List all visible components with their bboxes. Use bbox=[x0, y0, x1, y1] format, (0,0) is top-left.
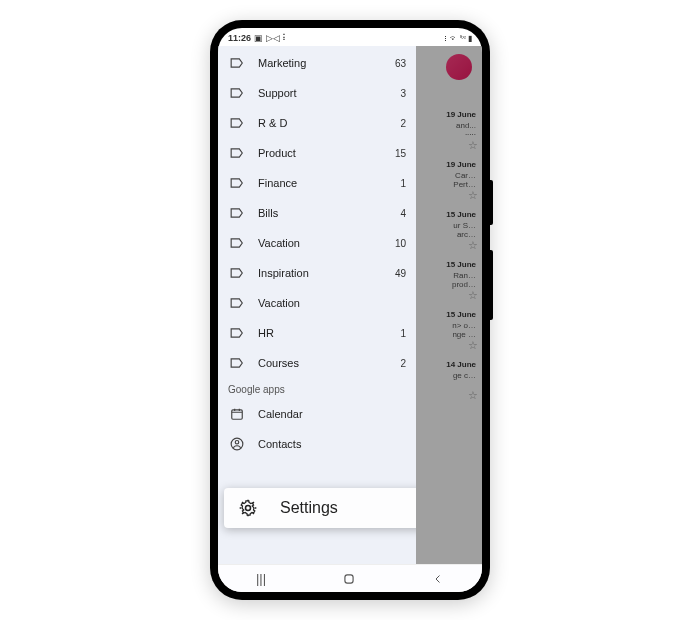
settings-label: Settings bbox=[280, 499, 338, 517]
drawer-app-item[interactable]: Contacts bbox=[218, 429, 416, 459]
drawer-item-label: Courses bbox=[258, 357, 390, 369]
nav-home[interactable] bbox=[342, 572, 356, 586]
drawer-item-label: Bills bbox=[258, 207, 390, 219]
drawer-item-label: Inspiration bbox=[258, 267, 390, 279]
drawer-label-item[interactable]: Support3 bbox=[218, 78, 416, 108]
status-left-icons: ▣ ▷◁ ⠇ bbox=[254, 33, 289, 43]
label-icon bbox=[228, 177, 246, 189]
nav-back[interactable] bbox=[432, 573, 444, 585]
drawer-label-item[interactable]: Bills4 bbox=[218, 198, 416, 228]
label-icon bbox=[228, 267, 246, 279]
label-icon bbox=[228, 357, 246, 369]
label-icon bbox=[228, 147, 246, 159]
drawer-item-label: R & D bbox=[258, 117, 390, 129]
label-icon bbox=[228, 327, 246, 339]
section-header-google-apps: Google apps bbox=[218, 378, 416, 399]
drawer-item-count: 63 bbox=[390, 58, 406, 69]
drawer-label-item[interactable]: R & D2 bbox=[218, 108, 416, 138]
label-icon bbox=[228, 237, 246, 249]
svg-rect-0 bbox=[232, 410, 243, 419]
drawer-item-count: 2 bbox=[390, 358, 406, 369]
drawer-item-label: Marketing bbox=[258, 57, 390, 69]
drawer-item-count: 1 bbox=[390, 178, 406, 189]
svg-rect-6 bbox=[345, 574, 353, 582]
status-bar: 11:26 ▣ ▷◁ ⠇ ⋮ ᯤ ˡᵗᵉ ▮ bbox=[218, 28, 482, 46]
nav-recents[interactable]: ||| bbox=[256, 571, 266, 586]
drawer-item-label: Product bbox=[258, 147, 390, 159]
system-nav-bar: ||| bbox=[218, 564, 482, 592]
label-icon bbox=[228, 87, 246, 99]
drawer-item-count: 3 bbox=[390, 88, 406, 99]
drawer-item-label: Contacts bbox=[258, 438, 406, 450]
drawer-item-label: HR bbox=[258, 327, 390, 339]
drawer-label-item[interactable]: Marketing63 bbox=[218, 48, 416, 78]
settings-callout[interactable]: Settings bbox=[224, 488, 416, 528]
label-icon bbox=[228, 57, 246, 69]
drawer-item-label: Vacation bbox=[258, 237, 390, 249]
label-icon bbox=[228, 117, 246, 129]
contacts-icon bbox=[228, 437, 246, 451]
side-button-1 bbox=[490, 180, 493, 225]
drawer-item-count: 15 bbox=[390, 148, 406, 159]
screen: 11:26 ▣ ▷◁ ⠇ ⋮ ᯤ ˡᵗᵉ ▮ 19 Juneand...····… bbox=[218, 28, 482, 592]
drawer-label-item[interactable]: Inspiration49 bbox=[218, 258, 416, 288]
phone-frame: 11:26 ▣ ▷◁ ⠇ ⋮ ᯤ ˡᵗᵉ ▮ 19 Juneand...····… bbox=[210, 20, 490, 600]
svg-point-1 bbox=[235, 441, 239, 445]
drawer-item-label: Calendar bbox=[258, 408, 406, 420]
calendar-icon bbox=[228, 407, 246, 421]
label-icon bbox=[228, 297, 246, 309]
drawer-item-count: 1 bbox=[390, 328, 406, 339]
label-icon bbox=[228, 207, 246, 219]
gear-icon bbox=[238, 498, 258, 518]
navigation-drawer: Marketing63Support3R & D2Product15Financ… bbox=[218, 46, 416, 564]
drawer-label-item[interactable]: HR1 bbox=[218, 318, 416, 348]
drawer-item-label: Support bbox=[258, 87, 390, 99]
drawer-item-count: 10 bbox=[390, 238, 406, 249]
drawer-item-label: Finance bbox=[258, 177, 390, 189]
drawer-label-item[interactable]: Vacation bbox=[218, 288, 416, 318]
status-time: 11:26 bbox=[228, 33, 251, 43]
drawer-item-label: Vacation bbox=[258, 297, 390, 309]
side-button-2 bbox=[490, 250, 493, 320]
drawer-item-count: 4 bbox=[390, 208, 406, 219]
drawer-label-item[interactable]: Vacation10 bbox=[218, 228, 416, 258]
drawer-label-item[interactable]: Finance1 bbox=[218, 168, 416, 198]
drawer-label-item[interactable]: Courses2 bbox=[218, 348, 416, 378]
drawer-app-item[interactable]: Calendar bbox=[218, 399, 416, 429]
status-right-icons: ⋮ ᯤ ˡᵗᵉ ▮ bbox=[443, 34, 472, 43]
drawer-item-count: 2 bbox=[390, 118, 406, 129]
drawer-item-count: 49 bbox=[390, 268, 406, 279]
drawer-label-item[interactable]: Product15 bbox=[218, 138, 416, 168]
svg-point-5 bbox=[246, 506, 251, 511]
